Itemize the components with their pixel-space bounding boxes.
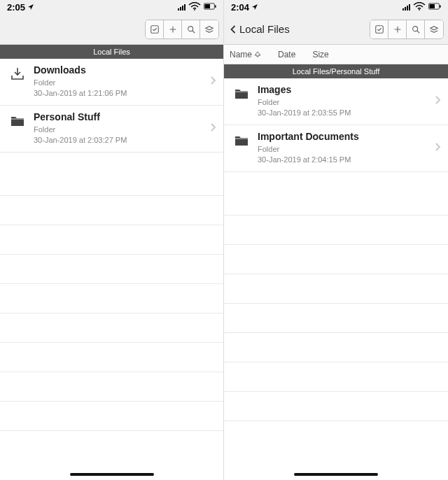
location-icon [251, 2, 258, 13]
folder-icon [232, 85, 251, 103]
sort-bar: Name Date Size [224, 45, 448, 64]
chevron-right-icon [210, 76, 216, 88]
status-time: 2:04 [231, 2, 249, 13]
back-button[interactable]: Local Files [228, 23, 290, 35]
separator [224, 421, 448, 421]
separator [0, 225, 223, 225]
sort-label: Date [278, 50, 295, 59]
sort-label: Name [230, 50, 252, 59]
list-item[interactable]: Downloads Folder 30-Jan-2019 at 1:21:06 … [0, 59, 223, 106]
separator [224, 303, 448, 304]
item-type: Folder [34, 125, 216, 135]
file-list: Images Folder 30-Jan-2019 at 2:03:55 PM … [224, 78, 448, 480]
separator [224, 362, 448, 362]
sort-size[interactable]: Size [312, 50, 328, 59]
svg-rect-8 [430, 4, 435, 8]
sort-name[interactable]: Name [230, 50, 261, 59]
separator [224, 215, 448, 216]
separator [224, 274, 448, 274]
add-button[interactable] [388, 20, 407, 38]
wifi-icon [188, 2, 201, 13]
arrow-up-icon [254, 50, 261, 59]
select-button[interactable] [370, 20, 388, 38]
sort-label: Size [312, 50, 328, 59]
svg-point-0 [194, 9, 195, 10]
separator [224, 332, 448, 333]
svg-rect-3 [215, 5, 216, 8]
svg-point-6 [419, 9, 420, 10]
signal-icon [402, 3, 410, 10]
list-item[interactable]: Personal Stuff Folder 30-Jan-2019 at 2:0… [0, 106, 223, 153]
signal-icon [178, 3, 186, 10]
toolbar [0, 14, 223, 45]
chevron-right-icon [435, 95, 441, 108]
separator [0, 195, 223, 196]
svg-point-11 [412, 26, 417, 31]
pane-right: 2:04 Local Files Name [224, 0, 448, 480]
layers-button[interactable] [425, 20, 443, 38]
svg-rect-9 [440, 5, 441, 8]
select-button[interactable] [146, 20, 164, 38]
download-tray-icon [8, 65, 27, 83]
separator [0, 283, 223, 284]
item-type: Folder [258, 97, 441, 108]
add-button[interactable] [164, 20, 182, 38]
folder-icon [8, 112, 27, 130]
home-indicator[interactable] [294, 473, 378, 476]
chevron-left-icon [228, 24, 238, 34]
svg-rect-2 [205, 4, 211, 8]
item-title: Important Documents [258, 131, 441, 142]
wifi-icon [413, 2, 426, 13]
item-detail: 30-Jan-2019 at 2:03:55 PM [258, 108, 441, 118]
separator [0, 313, 223, 313]
pane-left: 2:05 Local Files Downloa [0, 0, 224, 480]
section-header: Local Files [0, 45, 223, 59]
separator [0, 430, 223, 431]
chevron-right-icon [210, 122, 216, 135]
item-title: Personal Stuff [34, 111, 216, 122]
list-item[interactable]: Images Folder 30-Jan-2019 at 2:03:55 PM [224, 78, 448, 125]
status-time: 2:05 [7, 2, 25, 13]
separator [0, 372, 223, 372]
item-detail: 30-Jan-2019 at 1:21:06 PM [34, 88, 216, 99]
separator [0, 342, 223, 343]
home-indicator[interactable] [70, 473, 154, 476]
status-bar: 2:04 [224, 0, 448, 14]
status-bar: 2:05 [0, 0, 223, 14]
location-icon [27, 2, 34, 13]
search-button[interactable] [407, 20, 425, 38]
separator [224, 391, 448, 392]
toolbar: Local Files [224, 14, 448, 45]
layers-button[interactable] [200, 20, 218, 38]
list-item[interactable]: Important Documents Folder 30-Jan-2019 a… [224, 125, 448, 172]
battery-icon [428, 2, 441, 13]
separator [0, 401, 223, 402]
item-title: Downloads [34, 64, 216, 76]
back-label: Local Files [239, 23, 290, 35]
item-detail: 30-Jan-2019 at 2:03:27 PM [34, 135, 216, 146]
svg-point-5 [188, 26, 192, 31]
svg-rect-10 [375, 25, 383, 33]
folder-icon [232, 132, 251, 150]
search-button[interactable] [182, 20, 200, 38]
item-type: Folder [258, 144, 441, 155]
sort-date[interactable]: Date [278, 50, 295, 59]
section-header: Local Files/Personal Stuff [224, 64, 448, 78]
item-type: Folder [34, 78, 216, 88]
svg-rect-4 [150, 25, 158, 33]
separator [0, 254, 223, 255]
separator [224, 244, 448, 245]
battery-icon [204, 2, 216, 13]
chevron-right-icon [435, 142, 441, 155]
item-detail: 30-Jan-2019 at 2:04:15 PM [258, 155, 441, 165]
file-list: Downloads Folder 30-Jan-2019 at 1:21:06 … [0, 59, 223, 480]
item-title: Images [258, 84, 441, 95]
